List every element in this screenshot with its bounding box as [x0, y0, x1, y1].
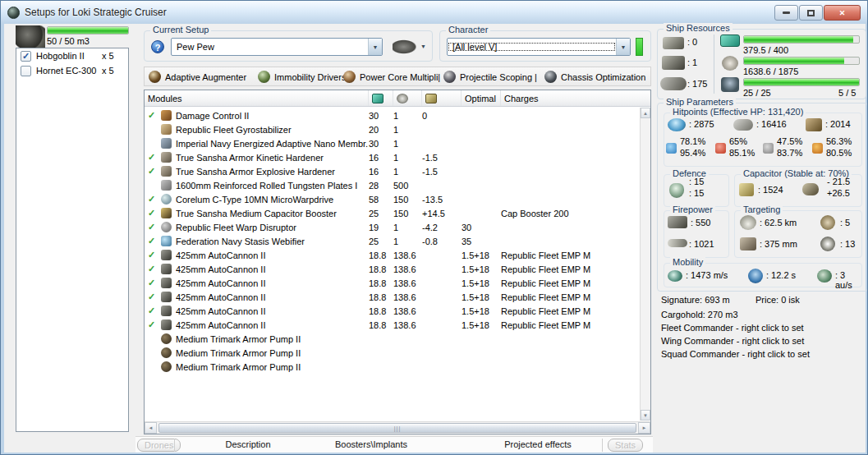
module-row[interactable]: ✓True Sansha Armor Explosive Hardener161… [145, 164, 640, 178]
horizontal-scrollbar[interactable]: ◄ ||| ► [145, 421, 650, 434]
module-row[interactable]: ✓True Sansha Armor Kinetic Hardener161-1… [145, 150, 640, 164]
vertical-scrollbar[interactable]: ▲ ▼ [640, 108, 650, 421]
web-icon [161, 236, 172, 246]
module-row[interactable]: ✓425mm AutoCannon II18.8138.61.5+18Repub… [145, 318, 640, 332]
character-select[interactable]: [All level V] ▼ [447, 38, 631, 56]
gyro-icon [161, 124, 172, 135]
thermal-resist-value-1: 65% [729, 136, 747, 146]
modules-table-header[interactable]: Modules Optimal Charges [145, 90, 650, 107]
character-select-arrow[interactable]: ▼ [616, 39, 630, 55]
module-row[interactable]: Medium Trimark Armor Pump II [145, 332, 640, 346]
close-button[interactable]: ✕ [824, 5, 861, 21]
module-icon-cell [161, 194, 176, 205]
drone-capacity-label: 50 / 50 m3 [47, 36, 90, 46]
ship-parameters-title: Ship Parameters [664, 97, 736, 107]
scroll-down-icon[interactable]: ▼ [641, 410, 650, 421]
module-optimal: 1.5+18 [462, 306, 501, 316]
module-name: 425mm AutoCannon II [176, 278, 369, 288]
subsystem-icon [544, 71, 557, 83]
drone-list[interactable]: ✓Hobgoblin IIx 5Hornet EC-300x 5 [16, 48, 129, 432]
subsystem-icon [258, 71, 270, 83]
drone-checkbox[interactable]: ✓ [21, 51, 31, 62]
column-modules[interactable]: Modules [145, 90, 369, 106]
setup-select-arrow[interactable]: ▼ [368, 39, 382, 55]
hitpoints-title: Hitpoints (Effective HP: 131,420) [670, 107, 806, 117]
rig-icon [161, 333, 172, 344]
module-powergrid: 1 [393, 237, 422, 246]
scrollbar-thumb[interactable]: ||| [158, 423, 636, 433]
targeting-range-value: : 62.5 km [760, 218, 797, 228]
firepower-group: Firepower : 550 : 1021 [664, 210, 729, 258]
signature-value: Signature: 693 m [661, 295, 730, 305]
scroll-up-icon[interactable]: ▲ [641, 108, 650, 118]
membrane-icon [161, 138, 172, 149]
drone-checkbox[interactable] [21, 66, 31, 76]
fleet-commander-setter[interactable]: Fleet Commander - right click to set [661, 323, 804, 333]
drone-list-item[interactable]: ✓Hobgoblin IIx 5 [16, 48, 128, 63]
module-capacitor: -13.5 [422, 195, 462, 205]
divider [714, 34, 714, 94]
column-capacitor[interactable] [422, 90, 462, 106]
module-row[interactable]: Imperial Navy Energized Adaptive Nano Me… [145, 136, 640, 150]
module-row[interactable]: ✓425mm AutoCannon II18.8138.61.5+18Repub… [145, 304, 640, 318]
column-charges[interactable]: Charges [501, 90, 650, 106]
hull-hp-value: : 2014 [825, 119, 851, 129]
module-name: Imperial Navy Energized Adaptive Nano Me… [176, 139, 369, 149]
minimize-button[interactable] [774, 5, 798, 21]
module-row[interactable]: ✓425mm AutoCannon II18.8138.61.5+18Repub… [145, 276, 640, 290]
shield-icon [668, 118, 686, 131]
module-row[interactable]: ✓True Sansha Medium Capacitor Booster251… [145, 206, 640, 220]
module-cpu: 30 [369, 111, 393, 121]
help-icon[interactable]: ? [151, 40, 164, 53]
module-row[interactable]: ✓Damage Control II3010 [145, 108, 640, 122]
wing-commander-setter[interactable]: Wing Commander - right click to set [661, 336, 804, 346]
tab-description[interactable]: Description [225, 439, 270, 449]
module-row[interactable]: Medium Trimark Armor Pump II [145, 360, 640, 374]
module-row[interactable]: ✓425mm AutoCannon II18.8138.61.5+18Repub… [145, 262, 640, 276]
drone-list-item[interactable]: Hornet EC-300x 5 [16, 63, 128, 78]
module-icon-cell [161, 347, 176, 358]
cpu-bar [743, 35, 860, 44]
module-row[interactable]: ✓Corelum C-Type 10MN MicroWarpdrive58150… [145, 192, 640, 206]
subsystem-tab[interactable]: Projectile Scoping | [443, 70, 537, 84]
ship-print-icon[interactable] [393, 39, 417, 54]
subsystem-tab[interactable]: Chassis Optimization [544, 70, 645, 84]
drone-bay-icon [16, 25, 45, 48]
calibration-value: : 175 [687, 79, 707, 89]
maximize-button[interactable] [799, 5, 823, 21]
window-content: 50 / 50 m3 ✓Hobgoblin IIx 5Hornet EC-300… [4, 24, 866, 453]
module-row[interactable]: ✓425mm AutoCannon II18.8138.61.5+18Repub… [145, 248, 640, 262]
module-powergrid: 500 [393, 181, 422, 191]
module-name: True Sansha Armor Explosive Hardener [176, 167, 369, 177]
module-charges: Republic Fleet EMP M [501, 306, 640, 316]
em-resist-value-2: 95.4% [680, 148, 705, 158]
subsystem-tab[interactable]: Immobility Drivers [258, 70, 346, 84]
kinetic-resist-icon [763, 143, 774, 154]
subsystem-tab[interactable]: Adaptive Augmenter [149, 70, 246, 84]
module-charges: Republic Fleet EMP M [501, 264, 640, 274]
ship-menu-arrow-icon[interactable]: ▼ [420, 44, 426, 49]
column-optimal[interactable]: Optimal [462, 90, 501, 106]
module-row[interactable]: 1600mm Reinforced Rolled Tungsten Plates… [145, 178, 640, 192]
tab-stats[interactable]: Stats [608, 439, 643, 452]
tab-projected-effects[interactable]: Projected effects [504, 439, 572, 449]
column-powergrid[interactable] [393, 90, 422, 106]
defence-value-1: : 15 [689, 177, 704, 186]
scroll-left-icon[interactable]: ◄ [145, 422, 157, 434]
column-cpu[interactable] [369, 90, 393, 106]
drone-count-value: 5 / 5 [838, 88, 856, 98]
module-powergrid: 138.6 [393, 292, 422, 302]
setup-select[interactable]: Pew Pew ▼ [171, 38, 383, 56]
module-cpu: 16 [369, 153, 393, 163]
module-row[interactable]: ✓Republic Fleet Warp Disruptor191-4.230 [145, 220, 640, 234]
module-row[interactable]: ✓Federation Navy Stasis Webifier251-0.83… [145, 234, 640, 248]
title-bar[interactable]: Setups for Loki Strategic Cruiser ✕ [1, 1, 867, 24]
scroll-right-icon[interactable]: ► [638, 422, 650, 434]
tab-boosters-implants[interactable]: Boosters\Implants [335, 439, 407, 449]
module-row[interactable]: Republic Fleet Gyrostabilizer201 [145, 122, 640, 136]
subsystem-tab[interactable]: Power Core Multipli| [343, 70, 440, 84]
module-row[interactable]: Medium Trimark Armor Pump II [145, 346, 640, 360]
align-time-icon [748, 269, 763, 283]
squad-commander-setter[interactable]: Squad Commander - right click to set [661, 349, 810, 359]
module-row[interactable]: ✓425mm AutoCannon II18.8138.61.5+18Repub… [145, 290, 640, 304]
